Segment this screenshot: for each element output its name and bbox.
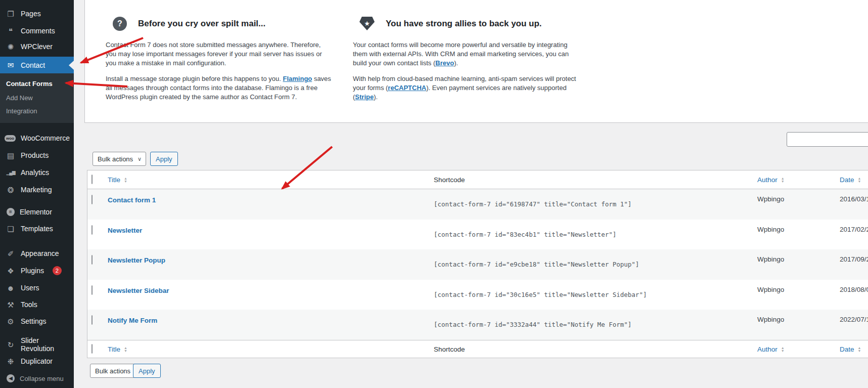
- sidebar-item-comments[interactable]: ❝ Comments: [0, 23, 74, 39]
- sidebar-item-marketing[interactable]: ❂ Marketing: [0, 182, 74, 198]
- sidebar-item-label: Collapse menu: [20, 375, 64, 382]
- sort-icon: ▲▼: [858, 177, 861, 183]
- date-cell: 2018/08/0: [838, 280, 868, 293]
- user-icon: ☻: [6, 284, 16, 292]
- select-all-checkbox[interactable]: [92, 175, 93, 184]
- row-checkbox[interactable]: [92, 195, 93, 204]
- sidebar-item-products[interactable]: ▤ Products: [0, 147, 74, 163]
- table-row: Notify Me Form [contact-form-7 id="3332a…: [87, 310, 868, 340]
- sidebar-item-contact-forms[interactable]: Contact Forms: [0, 80, 74, 88]
- sidebar-item-settings[interactable]: ⚙ Settings: [0, 313, 74, 329]
- sidebar-item-integration[interactable]: Integration: [0, 107, 74, 115]
- sidebar-item-appearance[interactable]: ✐ Appearance: [0, 245, 74, 262]
- apply-button[interactable]: Apply: [133, 364, 161, 378]
- row-checkbox[interactable]: [92, 255, 93, 265]
- form-title-link[interactable]: Newsletter: [108, 227, 142, 234]
- row-checkbox[interactable]: [92, 315, 93, 325]
- shortcode-text: [contact-form-7 id="3332a44" title="Noti…: [434, 321, 631, 328]
- sidebar-item-label: Plugins: [21, 267, 44, 275]
- stripe-link[interactable]: Stripe: [355, 93, 374, 101]
- shortcode-text: [contact-form-7 id="6198747" title="Cont…: [434, 200, 631, 208]
- sidebar-item-label: Products: [21, 151, 49, 159]
- sidebar-item-woocommerce[interactable]: woo WooCommerce: [0, 130, 74, 146]
- column-header-date[interactable]: Date▲▼: [840, 176, 861, 184]
- bar-chart-icon: ▁▄▆: [6, 170, 16, 175]
- sidebar-item-plugins[interactable]: ❖ Plugins 2: [0, 263, 74, 279]
- sidebar-item-add-new[interactable]: Add New: [0, 94, 74, 102]
- date-cell: 2017/09/2: [838, 249, 868, 263]
- form-title-link[interactable]: Newsletter Sidebar: [108, 287, 169, 294]
- megaphone-icon: ❂: [6, 186, 16, 194]
- duplicator-icon: ❉: [6, 358, 16, 365]
- welcome-right-paragraph-1: Your contact forms will become more powe…: [353, 40, 578, 68]
- welcome-right-title: You have strong allies to back you up.: [386, 19, 542, 29]
- contact-forms-table: Title▲▼ Shortcode Author▲▼ Date▲▼ Contac…: [87, 170, 868, 358]
- sidebar-item-elementor[interactable]: ≡ Elementor: [0, 204, 74, 220]
- pages-icon: ❐: [6, 10, 16, 18]
- welcome-left-paragraph-2: Install a message storage plugin before …: [106, 74, 331, 102]
- folder-icon: ❏: [6, 225, 16, 233]
- table-row: Newsletter Popup [contact-form-7 id="e9c…: [87, 249, 868, 280]
- products-icon: ▤: [6, 152, 16, 159]
- column-header-author[interactable]: Author▲▼: [757, 176, 785, 184]
- cf7-welcome-panel: ? Before you cry over spilt mail... Cont…: [84, 0, 868, 123]
- column-header-author[interactable]: Author▲▼: [757, 346, 785, 353]
- author-cell: Wpbingo: [755, 280, 838, 293]
- flamingo-link[interactable]: Flamingo: [283, 75, 312, 82]
- author-cell: Wpbingo: [755, 310, 838, 323]
- wpclever-icon: ✺: [6, 43, 16, 51]
- sort-icon: ▲▼: [781, 177, 785, 183]
- sidebar-item-label: Comments: [21, 27, 55, 35]
- form-title-link[interactable]: Notify Me Form: [108, 317, 157, 324]
- sidebar-item-label: Tools: [21, 300, 37, 309]
- sort-icon: ▲▼: [858, 347, 861, 353]
- sidebar-item-wpclever[interactable]: ✺ WPClever: [0, 38, 74, 55]
- column-header-title[interactable]: Title▲▼: [108, 176, 127, 184]
- wordpress-admin-contact-forms-page: { "colors": { "accent": "#2271b1", "side…: [0, 0, 868, 388]
- cf7-ally-icon: ★: [359, 17, 375, 30]
- sidebar-item-duplicator[interactable]: ❉ Duplicator: [0, 353, 74, 369]
- row-checkbox[interactable]: [92, 225, 93, 235]
- shortcode-text: [contact-form-7 id="e9cbe18" title="News…: [434, 261, 639, 268]
- sidebar-item-label: Settings: [21, 317, 47, 325]
- form-title-link[interactable]: Contact form 1: [108, 196, 156, 204]
- active-menu-notch: [69, 61, 74, 70]
- sidebar-item-tools[interactable]: ⚒ Tools: [0, 296, 74, 313]
- column-header-title[interactable]: Title▲▼: [108, 346, 127, 353]
- sort-icon: ▲▼: [124, 347, 127, 353]
- date-cell: 2022/07/1: [838, 310, 868, 323]
- sidebar-item-slider-revolution[interactable]: ↻ Slider Revolution: [0, 336, 74, 353]
- form-title-link[interactable]: Newsletter Popup: [108, 256, 165, 264]
- sidebar-item-label: Users: [21, 284, 39, 292]
- bulk-actions-select[interactable]: Bulk actions ∨: [93, 152, 146, 166]
- row-checkbox[interactable]: [92, 285, 93, 295]
- author-cell: Wpbingo: [755, 189, 838, 203]
- search-forms-input[interactable]: [787, 132, 868, 147]
- sort-icon: ▲▼: [781, 347, 785, 353]
- sidebar-item-label: WPClever: [21, 42, 53, 51]
- shortcode-text: [contact-form-7 id="30c16e5" title="News…: [434, 291, 647, 298]
- comments-icon: ❝: [6, 27, 16, 35]
- sidebar-item-analytics[interactable]: ▁▄▆ Analytics: [0, 164, 74, 181]
- welcome-right-paragraph-2: With help from cloud-based machine learn…: [353, 74, 578, 102]
- table-body: Contact form 1 [contact-form-7 id="61987…: [87, 189, 868, 340]
- sidebar-item-templates[interactable]: ❏ Templates: [0, 221, 74, 237]
- plugins-update-badge: 2: [53, 266, 62, 275]
- table-header-row: Title▲▼ Shortcode Author▲▼ Date▲▼: [87, 170, 868, 189]
- sidebar-item-users[interactable]: ☻ Users: [0, 280, 74, 296]
- collapse-menu-button[interactable]: ◀ Collapse menu: [0, 370, 74, 386]
- column-header-date[interactable]: Date▲▼: [840, 346, 861, 353]
- table-footer-row: Title▲▼ Shortcode Author▲▼ Date▲▼: [87, 340, 868, 358]
- sidebar-item-pages[interactable]: ❐ Pages: [0, 6, 74, 22]
- sidebar-item-label: WooCommerce: [21, 134, 70, 142]
- sidebar-item-contact[interactable]: ✉ Contact: [0, 57, 74, 73]
- brevo-link[interactable]: Brevo: [435, 59, 454, 67]
- sidebar-item-label: Pages: [21, 10, 41, 18]
- select-all-checkbox[interactable]: [92, 344, 93, 354]
- column-header-shortcode: Shortcode: [434, 176, 465, 184]
- chevron-down-icon: ∨: [138, 156, 142, 162]
- sidebar-item-label: Appearance: [21, 249, 59, 257]
- recaptcha-link[interactable]: reCAPTCHA: [388, 84, 426, 92]
- contact-submenu: Contact Forms Add New Integration: [0, 73, 74, 123]
- apply-button[interactable]: Apply: [150, 152, 178, 166]
